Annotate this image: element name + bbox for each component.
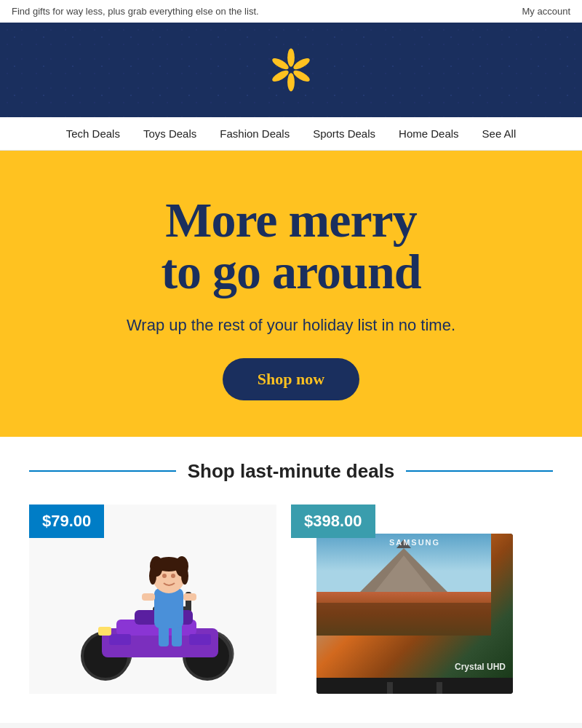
svg-rect-22 <box>154 588 183 628</box>
tv-model-label: Crystal UHD <box>455 662 506 672</box>
top-bar: Find gifts for way less, plus grab every… <box>0 0 582 23</box>
svg-point-29 <box>162 574 167 578</box>
svg-point-2 <box>292 68 311 84</box>
price-badge-tv: $398.00 <box>291 505 375 538</box>
main-nav: Tech Deals Toys Deals Fashion Deals Spor… <box>0 117 582 151</box>
svg-point-28 <box>154 557 183 571</box>
deals-section-header: Shop last-minute deals <box>0 437 582 497</box>
walmart-logo <box>266 44 316 95</box>
products-row: $79.00 <box>0 497 582 723</box>
top-bar-message: Find gifts for way less, plus grab every… <box>12 6 259 17</box>
svg-rect-38 <box>316 603 491 636</box>
svg-rect-18 <box>189 634 211 645</box>
svg-point-3 <box>287 73 295 91</box>
hero-banner: More merry to go around Wrap up the rest… <box>0 151 582 437</box>
hero-subtitle: Wrap up the rest of your holiday list in… <box>127 316 455 335</box>
tv-leg-right <box>436 682 442 694</box>
tv-stand <box>316 678 513 694</box>
hero-title: More merry to go around <box>161 194 420 298</box>
svg-point-4 <box>271 68 290 84</box>
nav-item-see-all[interactable]: See All <box>482 127 517 140</box>
my-account-link[interactable]: My account <box>522 6 570 17</box>
product-card-atv[interactable]: $79.00 <box>29 505 276 694</box>
svg-point-32 <box>181 567 188 585</box>
tv-leg-left <box>387 682 393 694</box>
tv-brand-label: SAMSUNG <box>389 538 440 547</box>
svg-rect-17 <box>109 634 131 645</box>
section-line-left <box>29 470 176 472</box>
svg-rect-23 <box>142 593 155 601</box>
product-card-tv[interactable]: $398.00 <box>291 505 538 694</box>
atv-svg <box>51 512 255 687</box>
walmart-spark-icon <box>266 44 316 95</box>
nav-item-toys-deals[interactable]: Toys Deals <box>143 127 196 140</box>
svg-point-31 <box>149 567 156 585</box>
nav-item-fashion-deals[interactable]: Fashion Deals <box>220 127 290 140</box>
nav-item-tech-deals[interactable]: Tech Deals <box>66 127 120 140</box>
nav-item-home-deals[interactable]: Home Deals <box>399 127 459 140</box>
deals-section-title: Shop last-minute deals <box>188 460 395 483</box>
header <box>0 23 582 117</box>
shop-now-button[interactable]: Shop now <box>223 358 359 400</box>
svg-point-5 <box>271 56 290 71</box>
svg-point-30 <box>171 574 175 578</box>
tv-display: SAMSUNG Crystal UHD <box>316 534 513 694</box>
tv-scene-svg <box>316 534 491 636</box>
price-badge-atv: $79.00 <box>29 505 104 538</box>
nav-item-sports-deals[interactable]: Sports Deals <box>313 127 375 140</box>
svg-point-1 <box>292 56 311 71</box>
svg-rect-24 <box>183 593 196 601</box>
svg-rect-19 <box>98 627 111 636</box>
section-line-right <box>406 470 553 472</box>
svg-point-0 <box>287 49 295 67</box>
tv-screen: SAMSUNG Crystal UHD <box>316 534 513 678</box>
